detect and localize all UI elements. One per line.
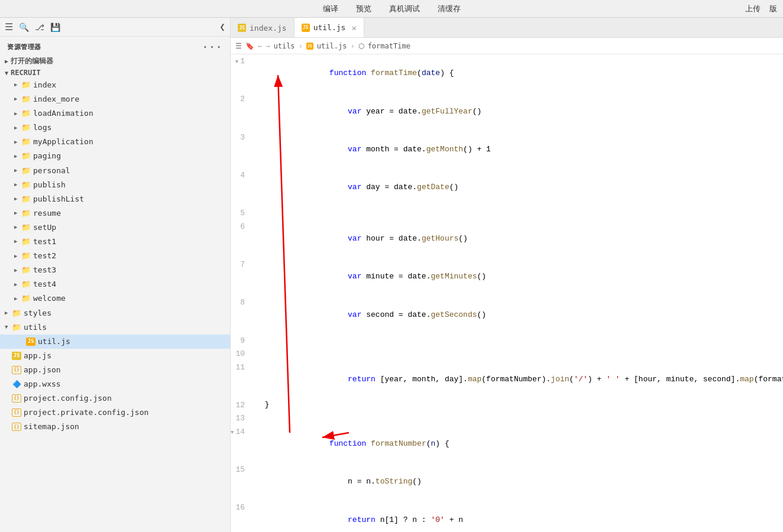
- line-content[interactable]: }: [252, 398, 783, 411]
- code-line-10: 10: [231, 347, 783, 360]
- tree-item[interactable]: ▶ 📁 test2: [0, 249, 230, 263]
- tab-index-js[interactable]: JS index.js: [231, 18, 295, 37]
- open-editors-arrow: ▶: [5, 58, 8, 64]
- menu-upload[interactable]: 上传: [745, 4, 761, 14]
- menu-icon[interactable]: ☰: [5, 21, 13, 33]
- tree-item[interactable]: ▶ 📁 test3: [0, 263, 230, 277]
- code-line-15: 15 n = n.toString(): [231, 463, 783, 501]
- line-content[interactable]: var month = date.getMonth() + 1: [252, 131, 783, 168]
- sidebar-collapse-icon[interactable]: ❮: [219, 21, 225, 33]
- back-arrow-icon[interactable]: ←: [258, 42, 262, 50]
- top-menu-bar: 编译 预览 真机调试 清缓存 上传 版: [0, 0, 783, 18]
- tree-item[interactable]: ▶ 📁 welcome: [0, 291, 230, 306]
- line-num: 13: [231, 411, 252, 424]
- code-line-13: 13: [231, 411, 783, 424]
- tree-item-sitemap[interactable]: {} sitemap.json: [0, 420, 230, 434]
- search-icon[interactable]: 🔍: [19, 22, 29, 32]
- tree-item[interactable]: ▶ 📁 resume: [0, 206, 230, 220]
- line-num: 11: [231, 361, 252, 398]
- menu-compile[interactable]: 编译: [323, 4, 338, 14]
- tree-item[interactable]: ▶ 📁 myApplication: [0, 135, 230, 149]
- tab-index-js-label: index.js: [250, 24, 287, 33]
- tree-item-app-js[interactable]: JS app.js: [0, 349, 230, 363]
- line-content[interactable]: var day = date.getDate(): [252, 168, 783, 206]
- sidebar-title-label: 资源管理器: [7, 43, 41, 51]
- main-layout: ☰ 🔍 ⎇ 💾 ❮ 资源管理器 ··· ▶ 打开的编辑器: [0, 18, 783, 532]
- tab-close-icon[interactable]: ✕: [351, 23, 356, 33]
- code-line-8: 8 var second = date.getSeconds(): [231, 296, 783, 333]
- menu-clear-cache[interactable]: 清缓存: [438, 4, 461, 14]
- tree-item-util-js[interactable]: JS util.js: [0, 335, 230, 349]
- code-line-11: 11 return [year, month, day].map(formatN…: [231, 361, 783, 398]
- code-line-7: 7 var minute = date.getMinutes(): [231, 258, 783, 296]
- tree-item[interactable]: ▶ 📁 test1: [0, 235, 230, 249]
- breadcrumb-utils[interactable]: utils: [273, 42, 295, 50]
- git-icon[interactable]: ⎇: [35, 22, 44, 32]
- tree-item-project-config[interactable]: {} project.config.json: [0, 391, 230, 406]
- line-num: 7: [231, 258, 252, 296]
- breadcrumb-util-js-icon: JS: [306, 43, 313, 50]
- breadcrumb-formattime[interactable]: formatTime: [368, 42, 410, 50]
- list-icon[interactable]: ☰: [235, 42, 242, 50]
- tree-item[interactable]: ▶ 📁 index_more: [0, 92, 230, 106]
- tree-container[interactable]: ▶ 打开的编辑器 ▼ RECRUIT ▶ 📁 index ▶ 📁 i: [0, 55, 230, 532]
- app-container: 编译 预览 真机调试 清缓存 上传 版 ☰ 🔍 ⎇ 💾 ❮ 资源管理器 ···: [0, 0, 783, 532]
- tree-item[interactable]: ▶ 📁 publishList: [0, 192, 230, 206]
- line-num: 15: [231, 463, 252, 501]
- line-num: ▼14: [231, 425, 252, 463]
- code-line-16: 16 return n[1] ? n : '0' + n: [231, 501, 783, 532]
- line-num: 4: [231, 168, 252, 206]
- tree-item-styles[interactable]: ▶ 📁 styles: [0, 306, 230, 320]
- open-editors-label: 打开的编辑器: [11, 56, 53, 66]
- sidebar-section-project[interactable]: ▼ RECRUIT: [0, 67, 230, 78]
- code-table: ▼1 function formatTime(date) { 2 var yea…: [231, 54, 783, 532]
- breadcrumb-sep2: ›: [350, 42, 354, 50]
- line-content[interactable]: return [year, month, day].map(formatNumb…: [252, 361, 783, 398]
- line-content[interactable]: function formatNumber(n) {: [252, 425, 783, 463]
- tab-util-js-label: util.js: [313, 23, 346, 32]
- tree-item[interactable]: ▶ 📁 publish: [0, 178, 230, 192]
- tab-util-js[interactable]: JS util.js ✕: [295, 18, 364, 37]
- line-content[interactable]: n = n.toString(): [252, 463, 783, 501]
- line-content: [252, 347, 783, 360]
- code-editor-wrapper[interactable]: ▼1 function formatTime(date) { 2 var yea…: [231, 54, 783, 532]
- tree-item-project-private[interactable]: {} project.private.config.json: [0, 406, 230, 420]
- tree-item-app-json[interactable]: {} app.json: [0, 363, 230, 377]
- breadcrumb-util-js[interactable]: util.js: [317, 42, 347, 50]
- line-content[interactable]: var year = date.getFullYear(): [252, 92, 783, 130]
- editor-area: JS index.js JS util.js ✕ ☰ 🔖 ← → utils ›…: [231, 18, 783, 532]
- line-num: 8: [231, 296, 252, 333]
- line-num: 10: [231, 347, 252, 360]
- tree-item[interactable]: ▶ 📁 setUp: [0, 220, 230, 235]
- code-line-6: 6 var hour = date.getHours(): [231, 220, 783, 258]
- tree-item[interactable]: ▶ 📁 index: [0, 78, 230, 92]
- tree-item[interactable]: ▶ 📁 logs: [0, 121, 230, 135]
- code-line-1: ▼1 function formatTime(date) {: [231, 54, 783, 92]
- line-num: 16: [231, 501, 252, 532]
- breadcrumb-sep1: ›: [299, 42, 303, 50]
- forward-arrow-icon[interactable]: →: [266, 42, 270, 50]
- menu-debug[interactable]: 真机调试: [389, 4, 420, 14]
- line-content[interactable]: var second = date.getSeconds(): [252, 296, 783, 333]
- save-icon[interactable]: 💾: [50, 22, 60, 32]
- sidebar-dots[interactable]: ···: [202, 41, 223, 53]
- tree-item[interactable]: ▶ 📁 personal: [0, 164, 230, 178]
- line-content[interactable]: function formatTime(date) {: [252, 54, 783, 92]
- tree-item[interactable]: ▶ 📁 test4: [0, 277, 230, 291]
- menu-preview[interactable]: 预览: [356, 4, 371, 14]
- code-line-3: 3 var month = date.getMonth() + 1: [231, 131, 783, 168]
- line-num: 2: [231, 92, 252, 130]
- tree-item-app-wxss[interactable]: 🔷 app.wxss: [0, 377, 230, 391]
- tree-item[interactable]: ▶ 📁 paging: [0, 149, 230, 163]
- tree-item[interactable]: ▶ 📁 loadAnimation: [0, 106, 230, 121]
- line-content[interactable]: return n[1] ? n : '0' + n: [252, 501, 783, 532]
- line-num: 6: [231, 220, 252, 258]
- code-line-14: ▼14 function formatNumber(n) {: [231, 425, 783, 463]
- line-content[interactable]: var hour = date.getHours(): [252, 220, 783, 258]
- tree-item-utils[interactable]: ▼ 📁 utils: [0, 320, 230, 335]
- sidebar-section-open-editors[interactable]: ▶ 打开的编辑器: [0, 55, 230, 67]
- bookmark-icon[interactable]: 🔖: [245, 42, 254, 50]
- line-content[interactable]: var minute = date.getMinutes(): [252, 258, 783, 296]
- menu-version[interactable]: 版: [769, 4, 777, 14]
- project-label: RECRUIT: [11, 69, 41, 77]
